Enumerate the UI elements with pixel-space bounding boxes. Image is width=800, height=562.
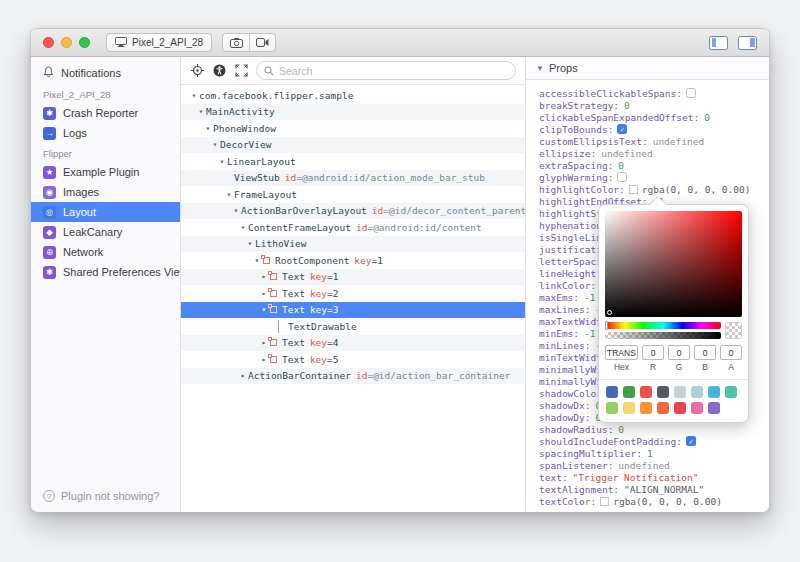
tree-disclosure-arrow[interactable]: ▸ xyxy=(238,371,248,380)
preset-color-swatch[interactable] xyxy=(623,402,635,414)
tree-node-decorview[interactable]: ▾DecorView xyxy=(181,137,525,154)
tree-node-textdrawable[interactable]: TextDrawable xyxy=(181,318,525,335)
tree-node-com-facebook-flipper-sample[interactable]: ▾com.facebook.flipper.sample xyxy=(181,87,525,104)
prop-value[interactable]: rgba(0, 0, 0, 0.00) xyxy=(613,496,722,507)
accessibility-icon[interactable] xyxy=(212,64,226,78)
tree-node-text[interactable]: ▸Textkey=4 xyxy=(181,335,525,352)
tree-node-text[interactable]: ▾Textkey=3 xyxy=(181,302,525,319)
preset-color-swatch[interactable] xyxy=(606,386,618,398)
prop-value[interactable]: 0 xyxy=(624,100,630,111)
sidebar-item-logs[interactable]: →Logs xyxy=(31,123,180,143)
preset-color-swatch[interactable] xyxy=(725,386,737,398)
search-input[interactable] xyxy=(279,65,508,77)
tree-node-rootcomponent[interactable]: ▾RootComponentkey=1 xyxy=(181,252,525,269)
hue-marker[interactable] xyxy=(605,321,608,330)
tree-node-actionbaroverlaylayout[interactable]: ▾ActionBarOverlayLayoutid=@id/decor_cont… xyxy=(181,203,525,220)
tree-disclosure-arrow[interactable]: ▾ xyxy=(238,223,248,232)
tree-node-actionbarcontainer[interactable]: ▸ActionBarContainerid=@id/action_bar_con… xyxy=(181,368,525,385)
sidebar-item-network[interactable]: ⊕Network xyxy=(31,242,180,262)
tree-disclosure-arrow[interactable]: ▾ xyxy=(231,206,241,215)
tree-node-viewstub[interactable]: ViewStubid=@android:id/action_mode_bar_s… xyxy=(181,170,525,187)
tree-node-mainactivity[interactable]: ▾MainActivity xyxy=(181,104,525,121)
expand-icon[interactable] xyxy=(234,64,248,78)
hue-slider[interactable] xyxy=(605,322,721,329)
preset-color-swatch[interactable] xyxy=(623,386,635,398)
preset-color-swatch[interactable] xyxy=(674,402,686,414)
prop-value[interactable]: -1 xyxy=(584,292,595,303)
tree-node-contentframelayout[interactable]: ▾ContentFrameLayoutid=@android:id/conten… xyxy=(181,219,525,236)
preset-color-swatch[interactable] xyxy=(674,386,686,398)
toggle-right-sidebar-button[interactable] xyxy=(738,36,757,50)
alpha-field[interactable] xyxy=(720,345,742,360)
green-field[interactable] xyxy=(668,345,690,360)
zoom-window-button[interactable] xyxy=(79,37,90,48)
blue-field[interactable] xyxy=(694,345,716,360)
screen-record-button[interactable] xyxy=(249,34,275,51)
tree-node-linearlayout[interactable]: ▾LinearLayout xyxy=(181,153,525,170)
tree-disclosure-arrow[interactable]: ▾ xyxy=(224,190,234,199)
tree-node-lithoview[interactable]: ▾LithoView xyxy=(181,236,525,253)
prop-value[interactable]: "Trigger Notification" xyxy=(573,472,699,483)
tree-attr-key: id xyxy=(356,370,367,381)
sidebar-item-shared-preferences-viewer[interactable]: ✱Shared Preferences Viewer xyxy=(31,262,180,282)
preset-color-swatch[interactable] xyxy=(708,402,720,414)
toggle-left-sidebar-button[interactable] xyxy=(709,36,728,50)
alpha-slider[interactable] xyxy=(605,332,721,339)
target-icon[interactable] xyxy=(190,64,204,78)
checkbox-unchecked-icon[interactable] xyxy=(617,172,627,182)
prop-value[interactable]: 0 xyxy=(618,424,624,435)
device-selector[interactable]: Pixel_2_API_28 xyxy=(106,33,212,52)
props-header[interactable]: ▼ Props xyxy=(526,57,769,80)
prop-value[interactable]: 0 xyxy=(704,112,710,123)
close-window-button[interactable] xyxy=(43,37,54,48)
plugin-sidebar: Notifications Pixel_2_API_28✱Crash Repor… xyxy=(31,57,181,512)
screenshot-button[interactable] xyxy=(223,34,249,51)
preset-color-swatch[interactable] xyxy=(691,402,703,414)
preset-color-swatch[interactable] xyxy=(640,386,652,398)
notifications-item[interactable]: Notifications xyxy=(31,62,180,84)
prop-value[interactable]: 0 xyxy=(618,160,624,171)
sidebar-item-images[interactable]: ◉Images xyxy=(31,182,180,202)
preset-color-swatch[interactable] xyxy=(657,386,669,398)
preset-color-swatch[interactable] xyxy=(606,402,618,414)
checkbox-unchecked-icon[interactable] xyxy=(686,88,696,98)
color-swatch[interactable] xyxy=(629,185,638,194)
tree-node-text[interactable]: ▸Textkey=2 xyxy=(181,285,525,302)
prop-value[interactable]: undefined xyxy=(653,136,704,147)
plugin-help-link[interactable]: ? Plugin not showing? xyxy=(43,490,159,502)
preset-color-swatch[interactable] xyxy=(691,386,703,398)
hex-field[interactable] xyxy=(605,345,638,360)
prop-value[interactable]: rgba(0, 0, 0, 0.00) xyxy=(642,184,751,195)
tree-node-text[interactable]: ▸Textkey=5 xyxy=(181,351,525,368)
prop-value[interactable]: -1 xyxy=(584,328,595,339)
tree-node-text[interactable]: ▸Textkey=1 xyxy=(181,269,525,286)
prop-value[interactable]: undefined xyxy=(618,460,669,471)
tree-disclosure-arrow[interactable]: ▾ xyxy=(217,157,227,166)
red-field[interactable] xyxy=(642,345,664,360)
sidebar-item-layout[interactable]: ◎Layout xyxy=(31,202,180,222)
sidebar-item-example-plugin[interactable]: ★Example Plugin xyxy=(31,162,180,182)
prop-value[interactable]: "ALIGN_NORMAL" xyxy=(624,484,704,495)
saturation-square[interactable] xyxy=(605,211,742,317)
preset-color-swatch[interactable] xyxy=(640,402,652,414)
tree-node-phonewindow[interactable]: ▾PhoneWindow xyxy=(181,120,525,137)
minimize-window-button[interactable] xyxy=(61,37,72,48)
sidebar-item-crash-reporter[interactable]: ✱Crash Reporter xyxy=(31,103,180,123)
tree-disclosure-arrow[interactable]: ▾ xyxy=(196,107,206,116)
prop-value[interactable]: undefined xyxy=(601,148,652,159)
checkbox-checked-icon[interactable]: ✓ xyxy=(617,124,627,134)
prop-value[interactable]: 1 xyxy=(647,448,653,459)
checkbox-checked-icon[interactable]: ✓ xyxy=(686,436,696,446)
sidebar-item-leakcanary[interactable]: ◆LeakCanary xyxy=(31,222,180,242)
tree-disclosure-arrow[interactable]: ▾ xyxy=(210,140,220,149)
preset-color-swatch[interactable] xyxy=(708,386,720,398)
color-swatch[interactable] xyxy=(600,497,609,506)
saturation-marker[interactable] xyxy=(607,310,612,315)
tree-node-framelayout[interactable]: ▾FrameLayout xyxy=(181,186,525,203)
tree-disclosure-arrow[interactable]: ▾ xyxy=(203,124,213,133)
logs-icon: → xyxy=(43,127,56,140)
tree-disclosure-arrow[interactable]: ▾ xyxy=(189,91,199,100)
tree-disclosure-arrow[interactable]: ▾ xyxy=(245,239,255,248)
prop-name: maxEms: xyxy=(539,292,579,303)
preset-color-swatch[interactable] xyxy=(657,402,669,414)
